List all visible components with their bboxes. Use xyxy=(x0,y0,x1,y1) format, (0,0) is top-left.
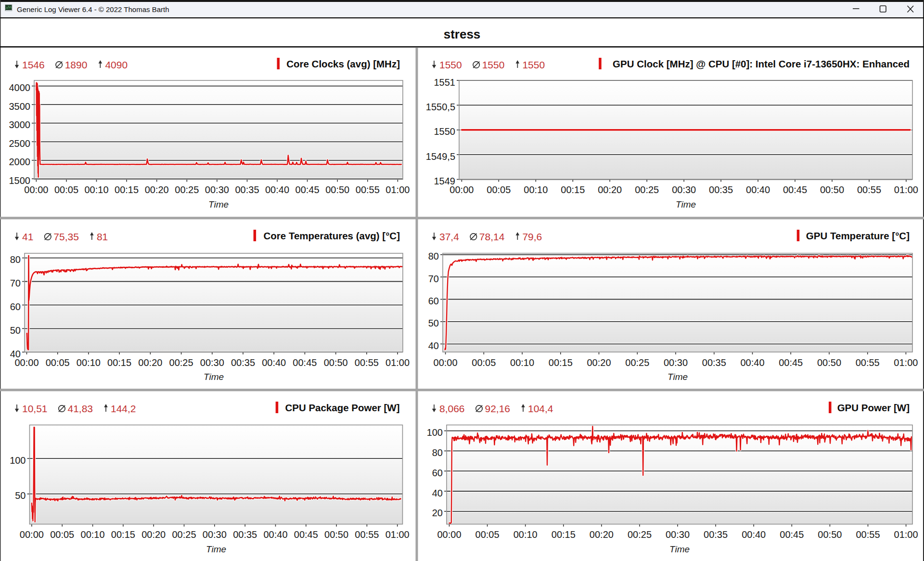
svg-text:1550: 1550 xyxy=(434,126,456,137)
svg-text:01:00: 01:00 xyxy=(894,184,918,195)
svg-text:00:20: 00:20 xyxy=(138,357,162,368)
svg-text:00:35: 00:35 xyxy=(231,357,255,368)
svg-text:00:20: 00:20 xyxy=(587,357,611,368)
svg-text:00:05: 00:05 xyxy=(46,357,70,368)
svg-text:50: 50 xyxy=(428,318,439,328)
svg-text:00:05: 00:05 xyxy=(50,529,74,540)
svg-text:00:40: 00:40 xyxy=(263,529,287,540)
svg-text:1549,5: 1549,5 xyxy=(426,151,455,162)
svg-text:00:45: 00:45 xyxy=(780,529,804,540)
svg-text:00:35: 00:35 xyxy=(704,529,728,540)
svg-text:00:25: 00:25 xyxy=(628,529,652,540)
svg-text:60: 60 xyxy=(432,468,443,478)
svg-text:00:05: 00:05 xyxy=(487,184,511,195)
svg-text:01:00: 01:00 xyxy=(385,184,410,195)
svg-text:1550: 1550 xyxy=(522,59,545,70)
svg-text:00:25: 00:25 xyxy=(172,529,196,540)
svg-text:00:00: 00:00 xyxy=(20,529,44,540)
svg-text:CPU Package Power [W]: CPU Package Power [W] xyxy=(285,402,399,413)
svg-text:00:10: 00:10 xyxy=(77,357,101,368)
svg-text:01:00: 01:00 xyxy=(385,529,410,540)
svg-text:00:15: 00:15 xyxy=(107,357,131,368)
svg-text:00:20: 00:20 xyxy=(598,184,622,195)
svg-text:00:15: 00:15 xyxy=(552,529,576,540)
svg-text:50: 50 xyxy=(15,490,26,501)
svg-text:3000: 3000 xyxy=(9,119,31,130)
svg-text:00:20: 00:20 xyxy=(590,529,614,540)
svg-text:00:20: 00:20 xyxy=(145,184,169,195)
svg-text:00:25: 00:25 xyxy=(175,184,199,195)
svg-text:00:30: 00:30 xyxy=(205,184,229,195)
svg-text:00:40: 00:40 xyxy=(265,184,289,195)
svg-text:00:50: 00:50 xyxy=(324,529,348,540)
svg-text:00:10: 00:10 xyxy=(524,184,548,195)
svg-text:00:00: 00:00 xyxy=(24,184,48,195)
svg-text:4090: 4090 xyxy=(105,59,128,70)
svg-text:GPU Temperature [°C]: GPU Temperature [°C] xyxy=(806,230,910,241)
svg-text:80: 80 xyxy=(428,251,439,261)
svg-text:104,4: 104,4 xyxy=(528,403,553,414)
svg-text:80: 80 xyxy=(432,447,443,458)
svg-text:2000: 2000 xyxy=(9,157,31,167)
svg-text:4000: 4000 xyxy=(9,82,31,93)
svg-text:75,35: 75,35 xyxy=(53,231,79,242)
svg-text:1551: 1551 xyxy=(434,77,456,88)
svg-text:00:45: 00:45 xyxy=(293,357,317,368)
svg-text:10,51: 10,51 xyxy=(22,403,48,414)
svg-text:70: 70 xyxy=(428,274,439,284)
svg-text:Core Clocks (avg) [MHz]: Core Clocks (avg) [MHz] xyxy=(286,58,400,69)
svg-text:70: 70 xyxy=(10,278,21,288)
svg-text:100: 100 xyxy=(10,455,26,466)
svg-text:Generic Log Viewer 6.4 - © 202: Generic Log Viewer 6.4 - © 2022 Thomas B… xyxy=(17,5,169,13)
svg-text:37,4: 37,4 xyxy=(439,231,459,242)
svg-text:00:10: 00:10 xyxy=(84,184,108,195)
svg-text:00:55: 00:55 xyxy=(355,357,379,368)
svg-text:79,6: 79,6 xyxy=(522,231,542,242)
svg-text:00:45: 00:45 xyxy=(295,184,320,195)
svg-text:00:55: 00:55 xyxy=(856,529,880,540)
svg-text:144,2: 144,2 xyxy=(111,403,136,414)
svg-text:00:05: 00:05 xyxy=(472,357,496,368)
svg-text:60: 60 xyxy=(428,296,439,306)
svg-text:1546: 1546 xyxy=(22,59,45,70)
svg-text:Time: Time xyxy=(204,372,224,382)
svg-text:00:45: 00:45 xyxy=(783,184,807,195)
svg-text:1550: 1550 xyxy=(439,59,462,70)
svg-text:81: 81 xyxy=(97,231,108,242)
svg-text:00:15: 00:15 xyxy=(111,529,135,540)
svg-text:00:10: 00:10 xyxy=(513,529,538,540)
svg-text:78,14: 78,14 xyxy=(479,231,505,242)
svg-text:100: 100 xyxy=(427,427,443,438)
svg-text:80: 80 xyxy=(10,254,21,265)
svg-text:00:15: 00:15 xyxy=(561,184,585,195)
svg-text:00:30: 00:30 xyxy=(672,184,696,195)
svg-text:01:00: 01:00 xyxy=(894,529,918,540)
svg-text:Time: Time xyxy=(676,199,696,209)
svg-text:00:50: 00:50 xyxy=(817,357,841,368)
svg-text:41: 41 xyxy=(22,231,33,242)
svg-text:Time: Time xyxy=(206,544,226,554)
svg-text:00:00: 00:00 xyxy=(437,529,461,540)
svg-text:00:35: 00:35 xyxy=(233,529,257,540)
svg-text:00:25: 00:25 xyxy=(635,184,659,195)
svg-text:00:40: 00:40 xyxy=(740,357,764,368)
svg-text:00:30: 00:30 xyxy=(200,357,224,368)
svg-text:00:15: 00:15 xyxy=(549,357,573,368)
svg-text:00:45: 00:45 xyxy=(779,357,803,368)
svg-text:00:05: 00:05 xyxy=(475,529,500,540)
svg-text:3500: 3500 xyxy=(9,101,31,112)
svg-text:00:25: 00:25 xyxy=(169,357,193,368)
svg-text:00:00: 00:00 xyxy=(14,357,38,368)
svg-text:00:55: 00:55 xyxy=(857,184,881,195)
svg-text:00:40: 00:40 xyxy=(262,357,286,368)
svg-text:00:30: 00:30 xyxy=(203,529,227,540)
svg-text:01:00: 01:00 xyxy=(385,357,410,368)
svg-text:00:35: 00:35 xyxy=(702,357,726,368)
svg-text:00:35: 00:35 xyxy=(709,184,733,195)
svg-text:00:55: 00:55 xyxy=(856,357,880,368)
svg-text:50: 50 xyxy=(10,325,21,336)
svg-text:00:55: 00:55 xyxy=(355,529,379,540)
svg-text:40: 40 xyxy=(428,340,439,351)
svg-text:Core Temperatures (avg) [°C]: Core Temperatures (avg) [°C] xyxy=(264,230,400,241)
svg-text:00:50: 00:50 xyxy=(820,184,844,195)
